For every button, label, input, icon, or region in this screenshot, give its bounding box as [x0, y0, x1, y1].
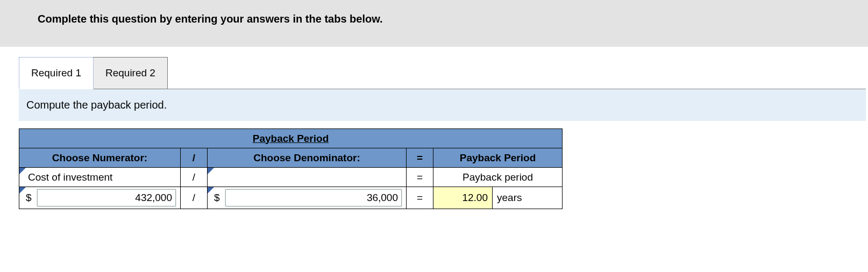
denominator-value-cell[interactable]: $ 36,000 — [208, 187, 407, 209]
header-numerator: Choose Numerator: — [19, 148, 181, 168]
denominator-select[interactable] — [208, 168, 407, 187]
divide-op-1: / — [181, 168, 208, 187]
numerator-select[interactable]: Cost of investment — [19, 168, 181, 187]
divide-op-2: / — [181, 187, 208, 209]
equals-op-1: = — [407, 168, 433, 187]
denominator-value-input[interactable]: 36,000 — [225, 189, 402, 206]
currency-symbol: $ — [24, 192, 34, 204]
table-title: Payback Period — [19, 129, 563, 148]
header-result: Payback Period — [433, 148, 563, 168]
header-equals: = — [407, 148, 433, 168]
equals-op-2: = — [407, 187, 433, 209]
payback-table: Payback Period Choose Numerator: / Choos… — [19, 128, 563, 209]
tabs-container: Required 1 Required 2 — [0, 56, 868, 89]
question-text: Compute the payback period. — [19, 89, 866, 121]
header-denominator: Choose Denominator: — [208, 148, 407, 168]
instruction-text: Complete this question by entering your … — [0, 0, 868, 47]
tab-required-2[interactable]: Required 2 — [94, 57, 168, 89]
numerator-value-cell[interactable]: $ 432,000 — [19, 187, 181, 209]
header-divide: / — [181, 148, 208, 168]
result-unit: years — [493, 187, 563, 209]
numerator-value-input[interactable]: 432,000 — [37, 189, 176, 206]
dropdown-flag-icon — [19, 168, 26, 174]
dropdown-flag-icon — [208, 168, 214, 174]
currency-symbol: $ — [212, 192, 222, 204]
result-value: 12.00 — [433, 187, 493, 209]
result-label: Payback period — [433, 168, 563, 187]
tab-required-1[interactable]: Required 1 — [19, 57, 94, 89]
